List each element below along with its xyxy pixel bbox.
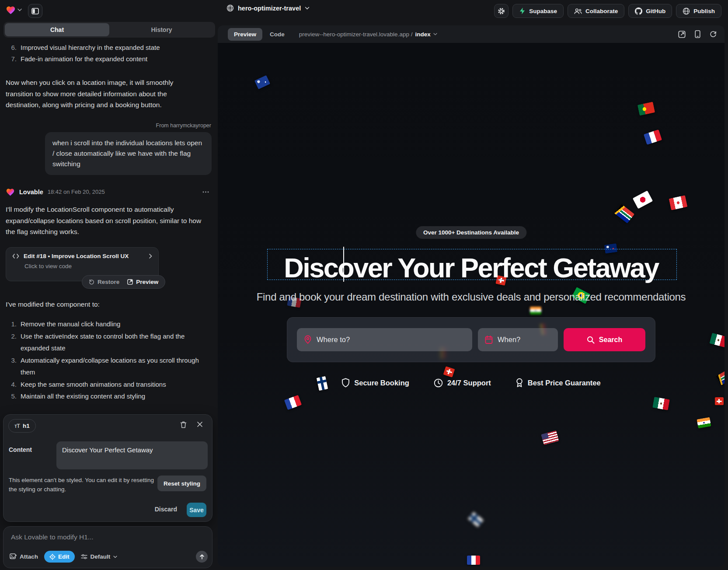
delete-element-button[interactable] <box>180 421 187 428</box>
search-button[interactable]: Search <box>564 328 645 351</box>
award-icon <box>516 378 523 388</box>
supabase-icon <box>519 7 526 14</box>
publish-globe-icon <box>683 7 690 15</box>
close-icon[interactable] <box>197 421 203 427</box>
tab-code[interactable]: Code <box>270 31 285 38</box>
publish-button[interactable]: Publish <box>676 4 721 18</box>
date-field[interactable] <box>478 328 558 351</box>
shield-icon <box>341 378 350 388</box>
flag-mx-icon <box>652 397 670 410</box>
flag-ca-icon <box>669 195 688 210</box>
restore-preview-toolbar: Restore Preview <box>82 275 165 289</box>
image-icon <box>10 553 17 560</box>
text-size-icon: тT <box>14 423 20 429</box>
assistant-paragraph: Now when you click on a location image, … <box>6 77 202 111</box>
send-button[interactable] <box>196 551 208 563</box>
open-in-new-tab-icon[interactable] <box>678 31 686 38</box>
github-button[interactable]: GitHub <box>628 4 672 18</box>
chevron-down-icon <box>433 33 437 35</box>
chevron-down-icon <box>113 556 117 558</box>
lovable-heart-icon <box>6 188 15 196</box>
project-switcher[interactable]: hero-optimizer-travel <box>226 4 310 12</box>
sliders-icon <box>81 554 87 560</box>
arrow-up-icon <box>199 554 205 560</box>
destination-field[interactable] <box>297 328 472 351</box>
flag-in-icon <box>697 417 711 429</box>
message-timestamp: 18:42 on Feb 20, 2025 <box>48 189 105 195</box>
flag-au-icon <box>254 75 270 90</box>
flag-pt-icon <box>637 102 655 116</box>
settings-button[interactable] <box>494 4 509 18</box>
flag-mx-icon <box>709 333 725 347</box>
refresh-icon[interactable] <box>710 31 717 38</box>
flag-ch-icon <box>443 366 455 378</box>
restore-button[interactable]: Restore <box>89 279 119 285</box>
assistant-intro: I'll modify the LocationScroll component… <box>6 204 202 238</box>
list-item: 2.Use the activeIndex state to control b… <box>6 330 204 354</box>
attach-button[interactable]: Attach <box>10 553 38 560</box>
destination-input[interactable] <box>317 336 465 344</box>
preview-url[interactable]: preview--hero-optimizer-travel.lovable.a… <box>299 31 437 38</box>
flag-fr-icon <box>644 129 662 145</box>
code-icon <box>12 254 19 259</box>
edit-mode-toggle[interactable]: Edit <box>44 551 75 563</box>
chevron-right-icon <box>149 254 152 259</box>
github-icon <box>635 7 642 15</box>
feature-list: Secure Booking 24/7 Support Best Price G… <box>218 378 725 388</box>
assistant-steps-list: 1.Remove the manual click handling 2.Use… <box>6 318 204 402</box>
people-icon <box>574 8 582 14</box>
more-menu-icon[interactable] <box>200 191 212 193</box>
chat-sidebar: Chat History 6. Improved visual hierarch… <box>0 0 218 570</box>
flag-fi-icon <box>468 512 484 527</box>
user-message-bubble: when i scroll into the individual locati… <box>45 132 212 175</box>
content-textarea[interactable]: Discover Your Perfect Getaway <box>56 441 208 469</box>
list-item: 7. Fade-in animation for the expanded co… <box>6 53 160 65</box>
composer-input[interactable] <box>11 533 199 541</box>
calendar-icon <box>485 336 493 344</box>
save-button[interactable]: Save <box>187 503 206 517</box>
tab-preview[interactable]: Preview <box>228 28 262 41</box>
assistant-message-header: Lovable 18:42 on Feb 20, 2025 <box>6 188 212 196</box>
list-item: 3.Automatically expand/collapse location… <box>6 354 204 378</box>
styling-hint: This element can't be styled. You can ed… <box>9 476 155 494</box>
external-link-icon <box>127 279 133 285</box>
flag-ch-icon <box>715 397 724 405</box>
preview-panel: Preview Code preview--hero-optimizer-tra… <box>218 25 725 567</box>
gear-icon <box>498 7 505 15</box>
feature-support: 24/7 Support <box>434 378 491 388</box>
edit-card-subtitle: Click to view code <box>24 263 152 269</box>
assistant-list-tail: 6. Improved visual hierarchy in the expa… <box>6 42 160 65</box>
assistant-summary-intro: I've modified the component to: <box>6 299 202 310</box>
flag-fr-icon <box>284 395 302 410</box>
hero-subtitle: Find and book your dream destination wit… <box>218 291 725 303</box>
flag-jp-icon <box>633 191 653 209</box>
chevron-down-icon <box>305 7 310 10</box>
element-editor-panel: тT h1 Content Discover Your Perfect Geta… <box>3 414 212 522</box>
list-item: 6. Improved visual hierarchy in the expa… <box>6 42 160 53</box>
globe-icon <box>226 4 234 12</box>
flag-za-icon <box>614 204 635 224</box>
clock-icon <box>434 378 443 388</box>
flag-us-icon <box>541 430 559 445</box>
destinations-badge: Over 1000+ Destinations Available <box>416 226 526 239</box>
assistant-name: Lovable <box>19 189 43 196</box>
reset-styling-button[interactable]: Reset styling <box>157 476 206 491</box>
text-caret <box>343 247 344 282</box>
target-icon <box>49 554 56 560</box>
hero-title[interactable]: Discover Your Perfect Getaway <box>218 252 725 283</box>
preview-button[interactable]: Preview <box>127 279 158 285</box>
search-icon <box>587 336 595 344</box>
date-input[interactable] <box>498 336 551 344</box>
sidebar-tab-bar: Chat History <box>3 22 215 38</box>
restore-icon <box>89 279 94 285</box>
list-item: 5.Maintain all the existing content and … <box>6 390 204 402</box>
tab-chat[interactable]: Chat <box>5 23 109 36</box>
tab-history[interactable]: History <box>109 23 214 36</box>
supabase-button[interactable]: Supabase <box>512 4 564 18</box>
chat-mode-selector[interactable]: Default <box>81 553 118 560</box>
discard-button[interactable]: Discard <box>155 506 177 513</box>
project-name: hero-optimizer-travel <box>238 5 301 12</box>
mobile-view-icon[interactable] <box>695 30 700 38</box>
collaborate-button[interactable]: Collaborate <box>568 4 624 18</box>
flag-in-icon <box>530 307 541 315</box>
